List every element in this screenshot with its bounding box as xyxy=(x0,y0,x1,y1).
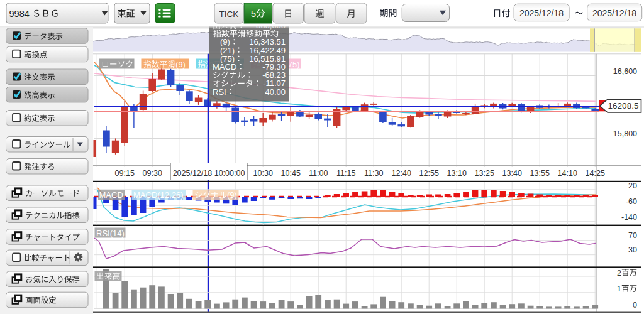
svg-text:2025/12/18: 2025/12/18 xyxy=(519,8,564,18)
svg-text:(9): (9) xyxy=(227,190,237,200)
svg-text:13:40: 13:40 xyxy=(502,169,522,178)
svg-text:16208.5: 16208.5 xyxy=(608,101,639,111)
svg-text:2025/12/18 10:00:00: 2025/12/18 10:00:00 xyxy=(173,169,245,178)
svg-text:12:55: 12:55 xyxy=(419,169,439,178)
svg-text:11:30: 11:30 xyxy=(364,169,383,178)
svg-text:14:25: 14:25 xyxy=(586,169,605,178)
svg-text:12:40: 12:40 xyxy=(392,169,411,178)
svg-text:40.00: 40.00 xyxy=(265,87,286,97)
svg-text:0: 0 xyxy=(633,301,637,310)
svg-text:11:00: 11:00 xyxy=(309,169,328,178)
svg-text:TICK: TICK xyxy=(219,9,239,19)
svg-text:2025/12/18: 2025/12/18 xyxy=(592,8,636,18)
svg-text:09:15: 09:15 xyxy=(115,169,135,178)
svg-text:16,600: 16,600 xyxy=(613,67,637,76)
svg-text:2: 2 xyxy=(617,269,621,278)
svg-text:RSI(14): RSI(14) xyxy=(96,229,125,238)
svg-text:MACD: MACD xyxy=(213,62,236,72)
svg-text:14:10: 14:10 xyxy=(558,169,577,178)
svg-text:10:30: 10:30 xyxy=(253,169,273,178)
svg-text:-60: -60 xyxy=(626,197,637,206)
svg-text:(9): (9) xyxy=(175,60,186,69)
svg-text:13:25: 13:25 xyxy=(475,169,494,178)
svg-text:70: 70 xyxy=(628,231,637,240)
svg-text:-140: -140 xyxy=(621,213,637,222)
svg-text:5: 5 xyxy=(251,9,256,19)
svg-text:13:10: 13:10 xyxy=(447,169,467,178)
svg-text:MACD(12,26): MACD(12,26) xyxy=(133,190,183,200)
svg-text:13:55: 13:55 xyxy=(530,169,550,178)
svg-text:1: 1 xyxy=(617,284,621,293)
svg-text:15,800: 15,800 xyxy=(613,129,637,138)
svg-text:RSI: RSI xyxy=(213,87,226,97)
svg-text:9984: 9984 xyxy=(9,9,30,19)
svg-text:30: 30 xyxy=(628,246,637,254)
svg-text:10:45: 10:45 xyxy=(281,169,301,178)
svg-text:MACD: MACD xyxy=(99,190,123,200)
svg-text:11:15: 11:15 xyxy=(336,169,355,178)
svg-text:20: 20 xyxy=(628,181,637,190)
svg-text:09:30: 09:30 xyxy=(143,169,162,178)
